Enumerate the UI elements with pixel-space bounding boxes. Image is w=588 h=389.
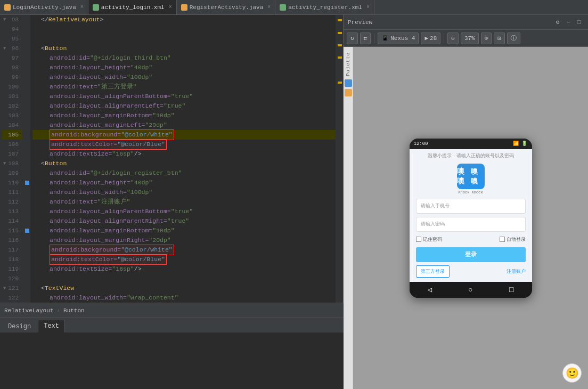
gutter-mark (24, 283, 30, 293)
code-line-103: android:layout_marginBottom="10dp" (32, 111, 336, 120)
remember-checkbox-box[interactable] (416, 237, 421, 242)
java-icon (181, 4, 187, 11)
gutter-mark (24, 25, 30, 34)
gutter-breakpoint[interactable] (24, 226, 30, 236)
settings-icon-btn[interactable]: ⚙ (553, 18, 562, 27)
rotate-btn[interactable]: ⇄ (360, 33, 371, 44)
status-time: 12:00 (414, 141, 428, 147)
login-button[interactable]: 登录 (416, 247, 526, 262)
phone-input-field[interactable]: 请输入手机号 (416, 199, 526, 214)
toolbar-separator (444, 34, 444, 43)
api-arrow: ▶ (424, 35, 428, 42)
auto-login-checkbox-box[interactable] (500, 237, 505, 242)
tab-register-java[interactable]: RegisterActivity.java × (177, 0, 276, 14)
code-line-99: android:layout_width="100dp" (32, 72, 336, 82)
gutter-mark (24, 140, 30, 149)
maximize-icon-btn[interactable]: □ (574, 18, 584, 27)
device-selector[interactable]: 📱 Nexus 4 (378, 33, 419, 44)
tab-login-java[interactable]: LoginActivity.java × (0, 0, 88, 14)
code-line-121: <TextView (32, 283, 336, 293)
code-line-96: <Button (32, 44, 336, 53)
code-line-117: android:background="@color/White" (32, 245, 336, 255)
code-line-107: android:textSize="16sp"/> (32, 149, 336, 159)
tab-design[interactable]: Design (2, 320, 37, 333)
gutter-mark (24, 44, 30, 53)
palette-color-swatch[interactable] (345, 79, 352, 87)
line-num: 106 (2, 140, 22, 149)
zoom-in-btn[interactable]: ⊕ (481, 33, 492, 44)
line-num: 100 (2, 82, 22, 92)
tab-close-btn[interactable]: × (267, 4, 271, 10)
phone-placeholder: 请输入手机号 (421, 202, 450, 209)
tab-label: activity_login.xml (101, 4, 165, 11)
line-num: 103 (2, 111, 22, 120)
breadcrumb-item[interactable]: RelativeLayout (4, 307, 53, 314)
zoom-out-btn[interactable]: ⊖ (447, 33, 459, 44)
gutter-mark (24, 130, 30, 140)
fit-btn[interactable]: ⊡ (494, 33, 505, 44)
line-num: 107 (2, 149, 22, 159)
tab-close-btn[interactable]: × (169, 4, 172, 10)
scroll-mark (338, 44, 342, 46)
code-line-118: android:textColor="@color/Blue" (32, 255, 336, 264)
tab-activity-register-xml[interactable]: activity_register.xml × (275, 0, 374, 14)
line-num: 101 (2, 92, 22, 101)
gutter-mark (24, 15, 30, 25)
palette-color-swatch2[interactable] (345, 89, 352, 96)
scroll-indicators[interactable] (336, 15, 343, 303)
gutter-mark (24, 188, 30, 197)
code-line-98: android:layout_height="40dp" (32, 63, 336, 72)
scroll-mark (338, 82, 342, 84)
code-line-115: android:layout_marginBottom="10dp" (32, 226, 336, 236)
login-btn-label: 登录 (465, 250, 477, 258)
gutter-mark (24, 245, 30, 255)
gutter-mark (24, 101, 30, 111)
info-btn[interactable]: ⓘ (507, 33, 520, 44)
code-container[interactable]: ▼93 94 95 ▼96 97 98 99 100 101 102 103 1… (0, 15, 343, 303)
line-num: 114 (2, 216, 22, 226)
line-num: 112 (2, 197, 22, 207)
gutter-breakpoint[interactable] (24, 178, 30, 188)
scroll-mark (338, 32, 342, 34)
nav-home-btn[interactable]: ○ (465, 285, 476, 295)
tab-activity-login-xml[interactable]: activity_login.xml × (88, 0, 177, 14)
api-selector[interactable]: ▶ 28 (421, 33, 440, 44)
minimize-icon-btn[interactable]: − (564, 18, 573, 27)
tab-text[interactable]: Text (38, 320, 65, 333)
phone-nav-bar: ◁ ○ □ (410, 282, 532, 298)
logo-text: 噢噢 (471, 167, 484, 186)
gutter-mark (24, 293, 30, 303)
register-link[interactable]: 注册账户 (507, 268, 526, 275)
line-num: 95 (2, 34, 22, 44)
third-party-login-btn[interactable]: 第三方登录 (416, 265, 450, 278)
tab-close-btn[interactable]: × (80, 4, 84, 10)
auto-login-checkbox[interactable]: 自动登录 (500, 236, 526, 243)
code-content[interactable]: </RelativeLayout> <Button android:id="@+… (30, 15, 336, 303)
nav-back-btn[interactable]: ◁ (424, 285, 435, 295)
rotate-icon: ⇄ (364, 35, 368, 42)
line-num: ▼108 (2, 159, 22, 168)
password-input-field[interactable]: 请输入密码 (416, 217, 526, 232)
preview-toolbar: ↻ ⇄ 📱 Nexus 4 ▶ 28 ⊖ 37% ⊕ ⊡ ⓘ (344, 30, 588, 47)
tab-close-btn[interactable]: × (366, 4, 370, 10)
line-num: 116 (2, 236, 22, 245)
phone-icon: 📱 (381, 35, 389, 42)
preview-panel: Preview ⚙ − □ ↻ ⇄ 📱 Nexus 4 ▶ 28 (344, 15, 588, 389)
nav-recent-btn[interactable]: □ (506, 285, 517, 295)
breadcrumb-item[interactable]: Button (63, 307, 85, 314)
refresh-icon: ↻ (350, 35, 354, 42)
tab-label: activity_register.xml (288, 4, 362, 11)
gutter-mark (24, 236, 30, 245)
refresh-btn[interactable]: ↻ (347, 33, 358, 44)
remember-checkbox[interactable]: 记住密码 (416, 236, 442, 243)
api-label: 28 (430, 35, 437, 42)
palette-label: Palette (346, 52, 351, 76)
code-line-101: android:layout_alignParentBottom="true" (32, 92, 336, 101)
gutter-mark (24, 207, 30, 216)
gutter-mark (24, 63, 30, 72)
gutter-mark (24, 216, 30, 226)
code-line-110: android:layout_height="40dp" (32, 178, 336, 188)
gutter-mark (24, 120, 30, 130)
code-line-111: android:layout_width="100dp" (32, 188, 336, 197)
zoom-level: 37% (461, 33, 479, 44)
